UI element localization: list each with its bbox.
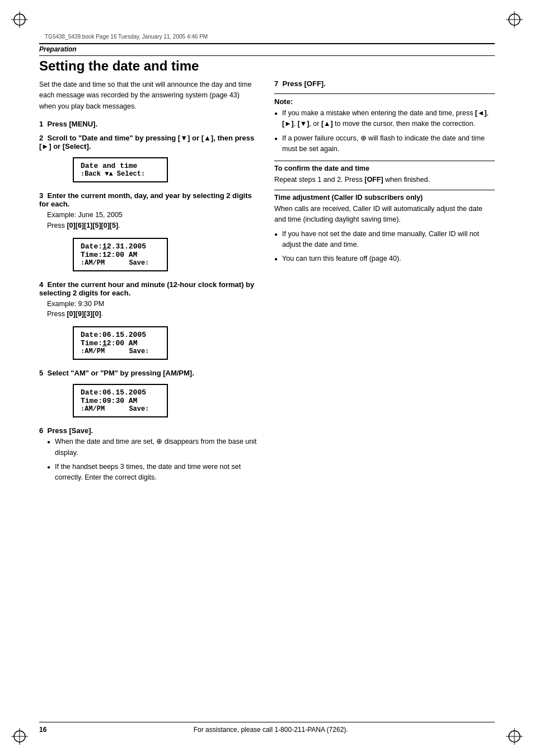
section-rule xyxy=(39,55,495,56)
step-7-num: 7 xyxy=(274,79,278,88)
step-3-lcd: Date:12.31.2005 Time:12:00 AM ↕AM/PM Sav… xyxy=(73,238,168,271)
step-4-lcd: Date:06.15.2005 Time:12:00 AM ↕AM/PM Sav… xyxy=(73,326,168,360)
step-4-num: 4 xyxy=(39,280,43,289)
step-6-header: 6 Press [Save]. xyxy=(39,426,257,435)
footer: 16 For assistance, please call 1-800-211… xyxy=(39,722,495,734)
main-title: Setting the date and time xyxy=(39,58,495,74)
step-5-lcd-line2: Time:09:30 AM xyxy=(81,397,160,405)
step-5-lcd: Date:06.15.2005 Time:09:30 AM ↕AM/PM Sav… xyxy=(73,384,168,417)
step-1-header: 1 Press [MENU]. xyxy=(39,120,257,128)
step-2-lcd: Date and time ↕Back ▼▲ Select↕ xyxy=(73,157,168,182)
time-adj-bullet-2: You can turn this feature off (page 40). xyxy=(274,253,495,264)
confirm-section: To confirm the date and time Repeat step… xyxy=(274,165,495,185)
step-4-lcd-line2: Time:12:00 AM xyxy=(81,339,160,348)
section-label: Preparation xyxy=(39,45,495,53)
intro-text: Set the date and time so that the unit w… xyxy=(39,79,257,112)
top-rule xyxy=(39,43,495,44)
two-col-layout: Set the date and time so that the unit w… xyxy=(39,79,495,489)
corner-mark-br xyxy=(506,728,523,745)
step-3-header: 3 Enter the current month, day, and year… xyxy=(39,191,257,208)
step-4: 4 Enter the current hour and minute (12-… xyxy=(39,280,257,364)
step-6-bullet-1: When the date and time are set, ⊕ disapp… xyxy=(47,436,257,458)
step-1-num: 1 xyxy=(39,120,43,128)
step-1-key: [MENU] xyxy=(69,120,96,128)
corner-mark-tl xyxy=(11,11,28,28)
step-2-header: 2 Scroll to "Date and time" by pressing … xyxy=(39,134,257,151)
note-header: Note: xyxy=(274,97,495,106)
note-list: If you make a mistake when entering the … xyxy=(274,108,495,155)
time-adj-list: If you have not set the date and time ma… xyxy=(274,229,495,265)
note-section: Note: If you make a mistake when enterin… xyxy=(274,97,495,155)
note-bullet-1: If you make a mistake when entering the … xyxy=(274,108,495,130)
step-5-lcd-line3: ↕AM/PM Save↕ xyxy=(81,405,160,413)
time-adj-bullet-1: If you have not set the date and time ma… xyxy=(274,229,495,251)
step-1: 1 Press [MENU]. xyxy=(39,120,257,128)
right-column: 7 Press [OFF]. Note: If you make a mista… xyxy=(274,79,495,489)
time-adj-body: When calls are received, Caller ID will … xyxy=(274,204,495,226)
step-6: 6 Press [Save]. When the date and time a… xyxy=(39,426,257,483)
step-2-lcd-line1: Date and time xyxy=(81,162,160,170)
step-3-num: 3 xyxy=(39,191,43,200)
step-6-bullet-2: If the handset beeps 3 times, the date a… xyxy=(47,462,257,483)
step-2: 2 Scroll to "Date and time" by pressing … xyxy=(39,134,257,186)
page: TG5438_5439.book Page 16 Tuesday, Januar… xyxy=(0,0,534,756)
step-4-lcd-line3: ↕AM/PM Save↕ xyxy=(81,348,160,355)
step-2-num: 2 xyxy=(39,134,43,142)
step-6-num: 6 xyxy=(39,426,43,435)
step-3-lcd-line1: Date:12.31.2005 xyxy=(81,242,160,251)
time-adj-header: Time adjustment (Caller ID subscribers o… xyxy=(274,194,495,201)
note-bullet-2: If a power failure occurs, ⊕ will flash … xyxy=(274,133,495,155)
confirm-header: To confirm the date and time xyxy=(274,165,495,172)
step-4-lcd-line1: Date:06.15.2005 xyxy=(81,331,160,339)
footer-assistance: For assistance, please call 1-800-211-PA… xyxy=(46,726,495,734)
step-3-lcd-line2: Time:12:00 AM xyxy=(81,251,160,259)
step-5: 5 Select "AM" or "PM" by pressing [AM/PM… xyxy=(39,369,257,421)
step-3: 3 Enter the current month, day, and year… xyxy=(39,191,257,275)
footer-page-num: 16 xyxy=(39,726,46,734)
step-2-lcd-line2: ↕Back ▼▲ Select↕ xyxy=(81,170,160,178)
step-5-header: 5 Select "AM" or "PM" by pressing [AM/PM… xyxy=(39,369,257,377)
step-4-body: Example: 9:30 PM Press [0][9][3][0]. xyxy=(47,299,257,320)
corner-mark-tr xyxy=(506,11,523,28)
note-rule xyxy=(274,93,495,94)
confirm-rule xyxy=(274,161,495,161)
step-6-bullets: When the date and time are set, ⊕ disapp… xyxy=(47,436,257,483)
corner-mark-bl xyxy=(11,728,28,745)
step-2-mono: Date and time xyxy=(82,134,129,142)
time-adj-rule xyxy=(274,190,495,190)
step-5-lcd-line1: Date:06.15.2005 xyxy=(81,388,160,397)
left-column: Set the date and time so that the unit w… xyxy=(39,79,257,489)
step-3-lcd-line3: ↕AM/PM Save↕ xyxy=(81,259,160,267)
step-5-num: 5 xyxy=(39,369,43,377)
confirm-body: Repeat steps 1 and 2. Press [OFF] when f… xyxy=(274,175,495,185)
step-3-body: Example: June 15, 2005 Press [0][6][1][5… xyxy=(47,210,257,231)
time-adj-section: Time adjustment (Caller ID subscribers o… xyxy=(274,194,495,265)
step-7: 7 Press [OFF]. xyxy=(274,79,495,88)
meta-line: TG5438_5439.book Page 16 Tuesday, Januar… xyxy=(45,34,495,40)
step-7-header: 7 Press [OFF]. xyxy=(274,79,495,88)
step-4-header: 4 Enter the current hour and minute (12-… xyxy=(39,280,257,297)
